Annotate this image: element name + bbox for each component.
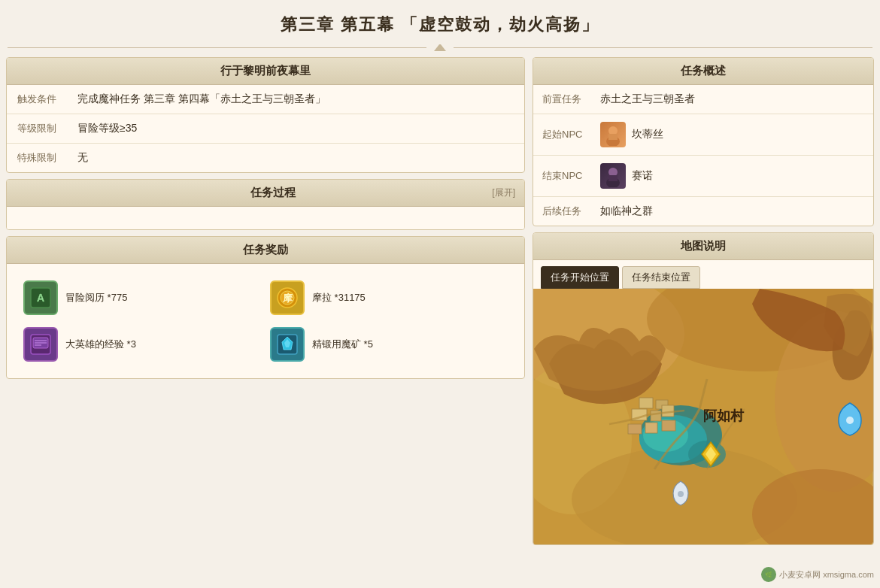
overview-card: 任务概述 前置任务 赤土之王与三朝圣者 起始NPC xyxy=(533,57,874,226)
table-row: 等级限制 冒险等级≥35 xyxy=(7,114,524,144)
table-row: 后续任务 如临神之群 xyxy=(533,197,873,226)
reward-item-hero-exp: 大英雄的经验 *3 xyxy=(19,321,266,368)
reward-item-ore: 精锻用魔矿 *5 xyxy=(266,321,512,368)
avatar xyxy=(600,122,626,147)
svg-rect-37 xyxy=(645,423,657,433)
svg-text:阿如村: 阿如村 xyxy=(703,408,745,423)
watermark-text: 小麦安卓网 xmsigma.com xyxy=(779,569,874,580)
main-layout: 行于黎明前夜幕里 触发条件 完成魔神任务 第三章 第四幕「赤土之王与三朝圣者」 … xyxy=(0,57,880,545)
special-value: 无 xyxy=(67,144,524,173)
map-card: 地图说明 任务开始位置 任务结束位置 xyxy=(533,232,874,545)
quest-table: 触发条件 完成魔神任务 第三章 第四幕「赤土之王与三朝圣者」 等级限制 冒险等级… xyxy=(7,85,524,172)
quest-info-card: 行于黎明前夜幕里 触发条件 完成魔神任务 第三章 第四幕「赤土之王与三朝圣者」 … xyxy=(6,57,525,173)
map-header: 地图说明 xyxy=(533,233,873,260)
task-process-header: 任务过程 [展开] xyxy=(7,180,524,207)
reward-icon-mora: 摩 xyxy=(270,280,305,315)
tab-map-end[interactable]: 任务结束位置 xyxy=(622,266,700,289)
watermark-logo-icon: 🌿 xyxy=(765,571,772,578)
expand-button[interactable]: [展开] xyxy=(492,186,515,199)
special-label: 特殊限制 xyxy=(7,144,67,173)
svg-rect-31 xyxy=(639,398,653,408)
table-row: 起始NPC xyxy=(533,114,873,156)
svg-point-43 xyxy=(678,491,684,497)
map-svg: 阿如村 xyxy=(533,289,873,544)
top-divider xyxy=(0,44,880,51)
table-row: 前置任务 赤土之王与三朝圣者 xyxy=(533,85,873,114)
svg-rect-16 xyxy=(608,134,618,140)
end-npc-label: 结束NPC xyxy=(533,156,591,197)
overview-table: 前置任务 赤土之王与三朝圣者 起始NPC xyxy=(533,85,873,226)
quest-info-body: 触发条件 完成魔神任务 第三章 第四幕「赤土之王与三朝圣者」 等级限制 冒险等级… xyxy=(7,85,524,172)
avatar xyxy=(600,163,626,189)
quest-info-header: 行于黎明前夜幕里 xyxy=(7,58,524,85)
end-npc-name: 赛诺 xyxy=(632,169,653,183)
rewards-header: 任务奖励 xyxy=(7,237,524,264)
table-row: 特殊限制 无 xyxy=(7,144,524,173)
page-title: 第三章 第五幕 「虚空鼓动，劫火高扬」 xyxy=(0,0,880,44)
overview-body: 前置任务 赤土之王与三朝圣者 起始NPC xyxy=(533,85,873,226)
reward-item-exp: A A 冒险阅历 *775 xyxy=(19,274,266,321)
reward-icon-ore xyxy=(270,327,305,362)
svg-point-42 xyxy=(846,417,854,424)
watermark: 🌿 小麦安卓网 xmsigma.com xyxy=(761,567,874,582)
reward-icon-exp: A A xyxy=(23,280,58,315)
rewards-card: 任务奖励 A A 冒险阅历 *775 xyxy=(6,236,525,379)
svg-rect-38 xyxy=(662,420,675,431)
trigger-label: 触发条件 xyxy=(7,85,67,114)
svg-text:A: A xyxy=(37,292,44,304)
map-container: 阿如村 xyxy=(533,289,873,544)
reward-label-exp: 冒险阅历 *775 xyxy=(65,291,127,305)
left-panel: 行于黎明前夜幕里 触发条件 完成魔神任务 第三章 第四幕「赤土之王与三朝圣者」 … xyxy=(6,57,525,545)
level-value: 冒险等级≥35 xyxy=(67,114,524,144)
overview-header: 任务概述 xyxy=(533,58,873,85)
table-row: 结束NPC xyxy=(533,156,873,197)
task-process-card: 任务过程 [展开] xyxy=(6,179,525,230)
watermark-logo: 🌿 xyxy=(761,567,776,582)
reward-item-mora: 摩 摩拉 *31175 xyxy=(266,274,512,321)
rewards-grid: A A 冒险阅历 *775 摩 摩拉 *31175 xyxy=(7,264,524,378)
start-npc-label: 起始NPC xyxy=(533,114,591,156)
right-panel: 任务概述 前置任务 赤土之王与三朝圣者 起始NPC xyxy=(533,57,874,545)
prereq-label: 前置任务 xyxy=(533,85,591,114)
reward-label-hero-exp: 大英雄的经验 *3 xyxy=(65,338,136,351)
reward-icon-hero-exp xyxy=(23,327,58,362)
start-npc-value: 坎蒂丝 xyxy=(600,122,864,147)
npc-avatar-dark xyxy=(600,163,626,189)
svg-rect-19 xyxy=(608,175,618,181)
reward-label-mora: 摩拉 *31175 xyxy=(312,291,366,305)
task-process-title: 任务过程 xyxy=(53,186,492,200)
svg-text:摩: 摩 xyxy=(282,292,293,304)
map-tabs: 任务开始位置 任务结束位置 xyxy=(533,260,873,289)
followup-value: 如临神之群 xyxy=(591,197,873,226)
prereq-value: 赤土之王与三朝圣者 xyxy=(591,85,873,114)
svg-rect-36 xyxy=(628,424,642,434)
chevron-up-icon xyxy=(434,44,446,51)
end-npc-value: 赛诺 xyxy=(600,163,864,189)
tab-map-start[interactable]: 任务开始位置 xyxy=(541,266,619,289)
table-row: 触发条件 完成魔神任务 第三章 第四幕「赤土之王与三朝圣者」 xyxy=(7,85,524,114)
followup-label: 后续任务 xyxy=(533,197,591,226)
npc-avatar-amber xyxy=(600,122,626,147)
start-npc-name: 坎蒂丝 xyxy=(632,128,663,141)
level-label: 等级限制 xyxy=(7,114,67,144)
task-process-body xyxy=(7,207,524,229)
trigger-value: 完成魔神任务 第三章 第四幕「赤土之王与三朝圣者」 xyxy=(67,85,524,114)
svg-rect-34 xyxy=(651,411,661,421)
reward-label-ore: 精锻用魔矿 *5 xyxy=(312,338,373,351)
